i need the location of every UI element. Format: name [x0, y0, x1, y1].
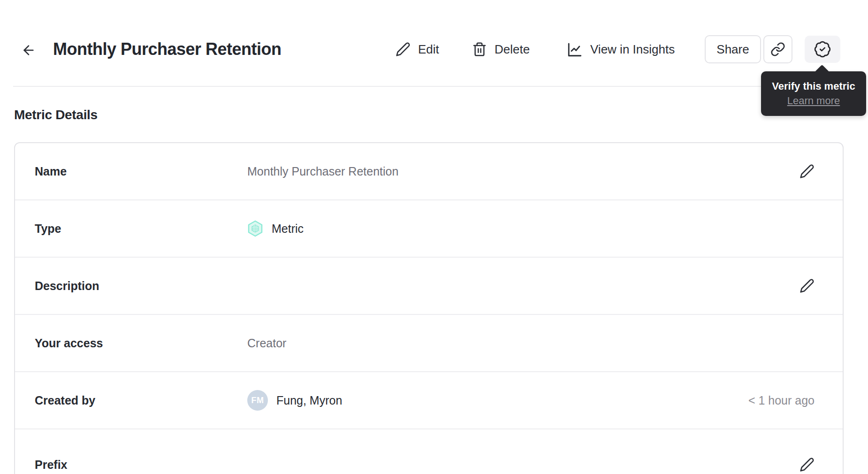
created-by-value-group: FM Fung, Myron	[247, 390, 342, 411]
copy-link-button[interactable]	[763, 35, 792, 63]
edit-name-button[interactable]	[797, 161, 817, 182]
row-value: Creator	[247, 336, 286, 350]
page-title: Monthly Purchaser Retention	[53, 39, 282, 60]
delete-action[interactable]: Delete	[472, 35, 530, 63]
detail-row-description: Description	[15, 258, 843, 315]
pencil-icon	[799, 164, 815, 179]
row-value: Metric	[272, 222, 304, 236]
section-title: Metric Details	[14, 107, 98, 122]
tooltip-learn-more-link[interactable]: Learn more	[787, 95, 840, 107]
row-value: Fung, Myron	[276, 394, 342, 407]
detail-row-type: Type Metric	[15, 200, 843, 258]
pencil-icon	[396, 42, 411, 57]
pencil-icon	[799, 278, 815, 293]
metric-hexagon-icon	[247, 220, 263, 237]
edit-action[interactable]: Edit	[396, 35, 439, 63]
type-value-group: Metric	[247, 220, 304, 237]
tooltip-title: Verify this metric	[772, 80, 855, 92]
detail-row-name: Name Monthly Purchaser Retention	[15, 143, 843, 200]
edit-description-button[interactable]	[797, 275, 817, 296]
arrow-left-icon	[21, 43, 36, 58]
metric-details-page: Monthly Purchaser Retention Edit Delete …	[0, 0, 868, 474]
line-chart-icon	[567, 42, 582, 57]
row-label: Name	[35, 165, 247, 178]
link-icon	[770, 42, 785, 57]
edit-prefix-button[interactable]	[797, 454, 817, 474]
detail-row-your-access: Your access Creator	[15, 315, 843, 372]
pencil-icon	[799, 457, 815, 472]
edit-action-label: Edit	[418, 42, 439, 57]
view-in-insights-action[interactable]: View in Insights	[567, 35, 675, 63]
row-label: Type	[35, 222, 247, 236]
detail-row-prefix: Prefix	[15, 429, 843, 474]
metric-details-card: Name Monthly Purchaser Retention Type	[14, 142, 844, 474]
row-label: Created by	[35, 394, 247, 407]
view-in-insights-label: View in Insights	[590, 42, 675, 57]
delete-action-label: Delete	[495, 42, 530, 57]
row-value: Monthly Purchaser Retention	[247, 165, 398, 178]
page-header: Monthly Purchaser Retention Edit Delete …	[0, 0, 868, 86]
verify-badge-icon	[814, 40, 831, 58]
share-button-label: Share	[716, 42, 749, 57]
row-label: Your access	[35, 336, 247, 350]
detail-row-created-by: Created by FM Fung, Myron < 1 hour ago	[15, 372, 843, 429]
verify-metric-button[interactable]	[805, 36, 840, 63]
trash-icon	[472, 42, 487, 57]
share-button[interactable]: Share	[705, 35, 761, 63]
avatar: FM	[247, 390, 268, 411]
header-divider	[13, 86, 855, 87]
row-label: Prefix	[35, 458, 247, 472]
back-button[interactable]	[20, 42, 38, 59]
row-label: Description	[35, 279, 247, 293]
created-timestamp: < 1 hour ago	[748, 394, 815, 407]
verify-tooltip: Verify this metric Learn more	[761, 71, 866, 116]
